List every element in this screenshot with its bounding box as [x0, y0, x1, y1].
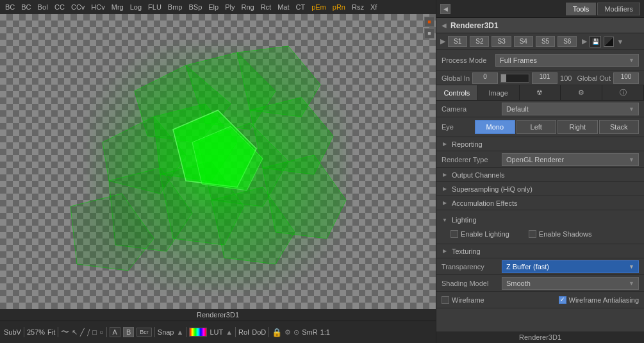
color-swatch[interactable]	[189, 328, 207, 337]
status-ratio[interactable]: 1:1	[320, 328, 330, 336]
menu-rng[interactable]: Rng	[238, 2, 256, 12]
slot-dropdown-arrow[interactable]: ▼	[616, 38, 623, 46]
renderer-type-dropdown[interactable]: OpenGL Renderer ▼	[502, 153, 639, 166]
menu-mat[interactable]: Mat	[275, 2, 292, 12]
eye-stack-btn[interactable]: Stack	[599, 120, 640, 134]
tab-info-icon[interactable]: ⓘ	[602, 85, 644, 100]
node-expand-arrow[interactable]: ◀	[442, 22, 447, 29]
slot-s1-btn[interactable]: S1	[448, 36, 467, 47]
reporting-row[interactable]: ▶ Reporting	[436, 137, 644, 151]
slot-s3-btn[interactable]: S3	[491, 36, 511, 47]
camera-dropdown[interactable]: Default ▼	[502, 103, 639, 115]
slot-s2-btn[interactable]: S2	[470, 36, 489, 47]
wave-icon[interactable]: 〜	[61, 326, 69, 338]
lighting-title-row[interactable]: ▼ Lighting	[442, 213, 639, 227]
menu-boi[interactable]: BoI	[35, 2, 51, 12]
divider-1	[24, 327, 24, 337]
menu-rsz[interactable]: Rsz	[349, 2, 367, 12]
menu-flu[interactable]: FLU	[145, 2, 164, 12]
menu-bsp[interactable]: BSp	[186, 2, 204, 12]
square-icon[interactable]: □	[92, 328, 97, 336]
process-mode-dropdown[interactable]: Full Frames ▼	[495, 54, 639, 67]
slash-icon[interactable]: ⧸	[87, 328, 90, 337]
wireframe-checkbox[interactable]	[442, 296, 449, 304]
menu-hcv[interactable]: HCv	[88, 2, 107, 12]
transparency-arrow: ▼	[629, 264, 634, 270]
lock-icon[interactable]: 🔒	[272, 328, 282, 337]
shading-model-dropdown[interactable]: Smooth ▼	[502, 277, 639, 290]
status-zoom[interactable]: 257%	[27, 328, 45, 336]
transparency-dropdown[interactable]: Z Buffer (fast) ▼	[502, 260, 639, 273]
global-out-input[interactable]: 100	[613, 72, 639, 84]
enable-shadows-item: Enable Shadows	[529, 230, 592, 238]
brush-icon[interactable]: ╱	[80, 328, 85, 337]
status-subv[interactable]: SubV	[4, 328, 21, 336]
view-icon-1[interactable]: ■	[424, 17, 434, 27]
wireframe-aa-checkbox[interactable]	[559, 296, 566, 304]
global-in-right-input[interactable]: 101	[532, 72, 557, 84]
process-mode-section: Process Mode Full Frames ▼	[436, 50, 644, 71]
menu-rct[interactable]: Rct	[258, 2, 274, 12]
menu-bc[interactable]: BC	[3, 2, 17, 12]
status-snap[interactable]: Snap	[158, 328, 174, 336]
status-lut[interactable]: LUT	[210, 328, 223, 336]
tab-controls[interactable]: Controls	[436, 85, 478, 100]
share-icon[interactable]: ⊙	[293, 328, 299, 337]
circle-icon[interactable]: ○	[99, 328, 104, 336]
tab-gear-icon[interactable]: ⚙	[561, 85, 602, 100]
status-dod[interactable]: DoD	[252, 328, 266, 336]
menu-bc2[interactable]: BC	[19, 2, 33, 12]
enable-lighting-checkbox[interactable]	[450, 230, 458, 238]
eye-row: Eye Mono Left Right Stack	[436, 117, 644, 137]
output-channels-row[interactable]: ▶ Output Channels	[436, 168, 644, 182]
status-roi[interactable]: RoI	[238, 328, 249, 336]
menu-pem[interactable]: pEm	[309, 2, 329, 12]
status-b-btn[interactable]: B	[123, 327, 134, 337]
supersampling-row[interactable]: ▶ Supersampling (HiQ only)	[436, 182, 644, 196]
menu-prn[interactable]: pRn	[330, 2, 348, 12]
menu-ply[interactable]: Ply	[222, 2, 237, 12]
cursor-icon[interactable]: ↖	[72, 328, 78, 337]
shading-model-arrow: ▼	[629, 280, 634, 287]
output-channels-icon: ▶	[442, 172, 448, 178]
slot-s5-btn[interactable]: S5	[536, 36, 555, 47]
menu-cc[interactable]: CC	[52, 2, 67, 12]
global-in-left-input[interactable]: 0	[472, 72, 498, 84]
eye-right-btn[interactable]: Right	[557, 120, 598, 134]
menu-elp[interactable]: Elp	[206, 2, 221, 12]
menu-mrg[interactable]: Mrg	[109, 2, 126, 12]
menu-ct[interactable]: CT	[293, 2, 308, 12]
menu-log[interactable]: Log	[128, 2, 144, 12]
menu-bmp[interactable]: Bmp	[165, 2, 185, 12]
panel-bottom-text: Renderer3D1	[519, 333, 561, 341]
status-fit[interactable]: Fit	[47, 328, 55, 336]
slider-thumb[interactable]	[501, 74, 506, 82]
eye-mono-btn[interactable]: Mono	[475, 120, 515, 134]
accumulation-row[interactable]: ▶ Accumulation Effects	[436, 196, 644, 210]
slot-color-swatch[interactable]	[604, 37, 614, 47]
status-smr[interactable]: SmR	[302, 328, 317, 336]
texturing-row[interactable]: ▶ Texturing	[436, 244, 644, 258]
tab-image[interactable]: Image	[478, 85, 520, 100]
divider-2	[58, 327, 58, 337]
eye-left-btn[interactable]: Left	[516, 120, 557, 134]
view-icon-2[interactable]: ■	[424, 28, 434, 38]
status-bcr-btn[interactable]: Bcr	[136, 328, 152, 337]
tab-radiation-icon[interactable]: ☢	[520, 85, 561, 100]
menu-xf[interactable]: Xf	[368, 2, 379, 12]
nav-left-icon[interactable]: ◀	[440, 4, 450, 14]
settings-icon[interactable]: ⚙	[285, 328, 291, 337]
slot-s4-btn[interactable]: S4	[514, 36, 533, 47]
enable-shadows-checkbox[interactable]	[529, 230, 536, 238]
tab-tools[interactable]: Tools	[566, 3, 597, 15]
menu-ccv[interactable]: CCv	[69, 2, 87, 12]
slot-save-icon[interactable]: 💾	[590, 36, 601, 47]
tab-modifiers[interactable]: Modifiers	[597, 3, 640, 15]
renderer-type-label: Renderer Type	[442, 156, 499, 163]
global-in-slider[interactable]	[500, 74, 529, 83]
status-a-btn[interactable]: A	[110, 327, 120, 337]
transparency-label: Transparency	[442, 263, 499, 271]
snap-arrow: ▲	[177, 328, 184, 336]
slot-s6-btn[interactable]: S6	[557, 36, 577, 47]
camera-label: Camera	[442, 105, 499, 113]
